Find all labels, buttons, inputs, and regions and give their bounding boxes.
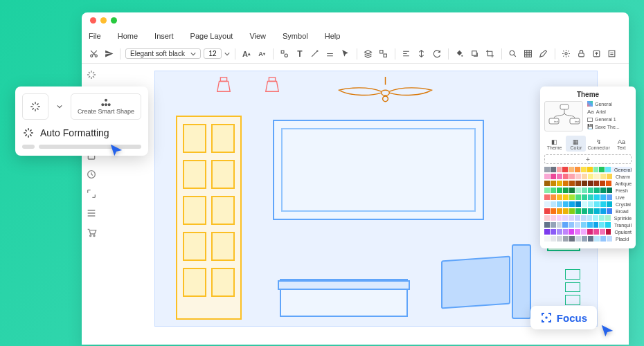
color-swatch[interactable] (607, 201, 612, 207)
color-swatch[interactable] (606, 181, 611, 186)
color-swatch[interactable] (563, 229, 569, 235)
color-swatch[interactable] (582, 188, 587, 193)
spotlight-shape[interactable] (262, 77, 282, 93)
close-icon[interactable] (90, 17, 96, 24)
color-swatch[interactable] (600, 188, 606, 193)
color-swatch[interactable] (594, 174, 600, 179)
sofa-shape[interactable] (427, 244, 531, 319)
menu-insert[interactable]: Insert (154, 32, 174, 40)
palette-row[interactable]: Live (544, 194, 632, 200)
color-swatch[interactable] (607, 194, 612, 200)
cut-icon[interactable] (87, 48, 100, 60)
color-swatch[interactable] (569, 215, 574, 221)
color-swatch[interactable] (544, 208, 550, 214)
palette-row[interactable]: Opulent (544, 229, 632, 235)
send-icon[interactable] (102, 48, 115, 60)
color-swatch[interactable] (544, 222, 550, 228)
color-swatch[interactable] (551, 167, 556, 172)
color-swatch[interactable] (551, 236, 556, 242)
color-swatch[interactable] (600, 201, 606, 207)
color-swatch[interactable] (569, 194, 575, 200)
color-swatch[interactable] (569, 167, 574, 172)
focus-button[interactable]: Focus (530, 306, 597, 329)
color-swatch[interactable] (575, 236, 581, 242)
color-swatch[interactable] (544, 167, 550, 172)
color-swatch[interactable] (575, 208, 581, 214)
rotate-icon[interactable] (431, 48, 443, 60)
pen-icon[interactable] (537, 48, 550, 60)
menu-page-layout[interactable]: Page Layout (190, 32, 233, 40)
color-swatch[interactable] (588, 236, 593, 242)
color-swatch[interactable] (587, 229, 593, 235)
color-swatch[interactable] (557, 188, 562, 193)
color-swatch[interactable] (563, 201, 569, 207)
color-swatch[interactable] (563, 174, 569, 179)
color-swatch[interactable] (557, 167, 562, 172)
ceiling-fan-shape[interactable] (335, 75, 436, 105)
color-swatch[interactable] (605, 222, 611, 228)
color-swatch[interactable] (594, 194, 600, 200)
color-swatch[interactable] (587, 167, 593, 172)
minimize-icon[interactable] (100, 17, 107, 24)
color-swatch[interactable] (593, 215, 598, 221)
color-swatch[interactable] (544, 194, 550, 200)
tab-theme[interactable]: ◧Theme (544, 136, 564, 152)
color-swatch[interactable] (557, 201, 562, 207)
color-swatch[interactable] (563, 208, 569, 214)
color-swatch[interactable] (557, 222, 562, 228)
color-swatch[interactable] (594, 236, 600, 242)
layers-icon[interactable] (362, 48, 375, 60)
menu-symbol[interactable]: Symbol (283, 32, 308, 40)
theme-thumbnail[interactable]: texttext (544, 101, 583, 131)
color-swatch[interactable] (605, 215, 611, 221)
color-swatch[interactable] (600, 236, 606, 242)
auto-formatting-button[interactable]: Auto Formatting (22, 127, 141, 139)
color-swatch[interactable] (562, 167, 568, 172)
color-swatch[interactable] (544, 174, 550, 179)
fill-icon[interactable] (454, 48, 466, 60)
menu-help[interactable]: Help (325, 32, 341, 40)
tv-shape[interactable] (273, 120, 484, 220)
table-shape[interactable] (280, 279, 408, 317)
color-swatch[interactable] (581, 167, 587, 172)
crop-icon[interactable] (484, 48, 497, 60)
color-swatch[interactable] (562, 215, 568, 221)
color-swatch[interactable] (551, 222, 556, 228)
color-swatch[interactable] (588, 188, 593, 193)
palette-row[interactable]: Sprinkle (544, 215, 632, 221)
color-swatch[interactable] (606, 229, 611, 235)
color-swatch[interactable] (557, 181, 562, 186)
rail-cart-icon[interactable] (86, 227, 97, 238)
group-icon[interactable] (377, 48, 390, 60)
color-swatch[interactable] (562, 222, 568, 228)
more-icon[interactable] (606, 48, 618, 60)
text-icon[interactable]: T (294, 48, 306, 60)
color-swatch[interactable] (582, 236, 587, 242)
font-select[interactable]: Elegant soft black (125, 48, 201, 59)
color-swatch[interactable] (563, 236, 569, 242)
color-swatch[interactable] (551, 188, 556, 193)
color-swatch[interactable] (557, 208, 562, 214)
tab-color[interactable]: ▦Color (566, 136, 586, 152)
tab-connector[interactable]: ↯Connector (587, 136, 609, 152)
color-swatch[interactable] (575, 222, 580, 228)
color-swatch[interactable] (575, 201, 581, 207)
palette-row[interactable]: Antique (544, 181, 632, 186)
color-swatch[interactable] (588, 181, 593, 186)
color-swatch[interactable] (588, 201, 593, 207)
spotlight-shape[interactable] (214, 77, 233, 93)
palette-row[interactable]: Placid (544, 236, 632, 242)
color-swatch[interactable] (593, 167, 599, 172)
color-swatch[interactable] (588, 194, 593, 200)
color-swatch[interactable] (557, 236, 562, 242)
color-swatch[interactable] (607, 188, 612, 193)
palette-row[interactable]: General (544, 167, 632, 172)
color-swatch[interactable] (551, 229, 556, 235)
color-swatch[interactable] (557, 229, 562, 235)
export-icon[interactable] (591, 48, 603, 60)
color-swatch[interactable] (582, 201, 587, 207)
pointer-icon[interactable] (339, 48, 352, 60)
palette-row[interactable]: Broad (544, 208, 632, 214)
tab-text[interactable]: AaText (611, 136, 632, 152)
door-shape[interactable] (176, 116, 242, 320)
